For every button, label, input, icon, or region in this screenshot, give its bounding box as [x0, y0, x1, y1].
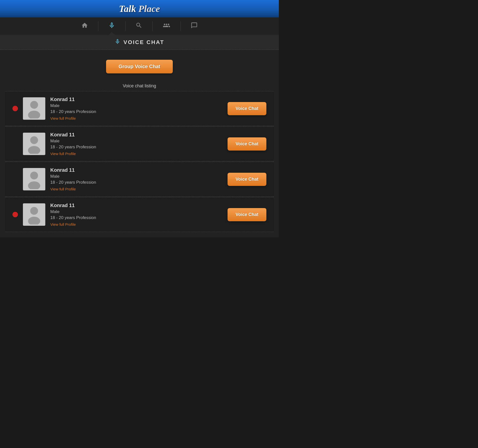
voice-chat-button[interactable]: Voice Chat: [228, 208, 266, 221]
page-mic-icon: [115, 39, 120, 46]
avatar: [23, 97, 45, 120]
group-chat-area: Group Voice Chat: [5, 60, 274, 73]
voice-chat-button[interactable]: Voice Chat: [228, 137, 266, 151]
avatar: [23, 203, 45, 226]
user-row: Konrad 11Male18 - 20 years ProfessionVie…: [5, 91, 274, 126]
online-indicator: [12, 106, 18, 111]
view-profile-link[interactable]: View full Profile: [50, 187, 76, 191]
view-profile-link[interactable]: View full Profile: [50, 152, 76, 156]
user-gender: Male: [50, 209, 228, 214]
user-gender: Male: [50, 103, 228, 108]
view-profile-link[interactable]: View full Profile: [50, 116, 76, 120]
nav-microphone[interactable]: [98, 17, 125, 35]
user-row: Konrad 11Male18 - 20 years ProfessionVie…: [5, 162, 274, 197]
users-list: Konrad 11Male18 - 20 years ProfessionVie…: [5, 91, 274, 232]
svg-point-7: [28, 217, 40, 224]
nav-messages[interactable]: [181, 17, 208, 35]
voice-chat-button[interactable]: Voice Chat: [228, 173, 266, 186]
nav-home[interactable]: [71, 17, 98, 35]
logo-talk: Talk: [119, 3, 136, 14]
chat-icon: [191, 22, 198, 31]
avatar: [23, 133, 45, 155]
user-name: Konrad 11: [50, 167, 228, 173]
view-profile-link[interactable]: View full Profile: [50, 222, 76, 226]
nav-search[interactable]: [125, 17, 152, 35]
user-info: Konrad 11Male18 - 20 years ProfessionVie…: [50, 167, 228, 191]
online-indicator: [12, 212, 18, 217]
user-details: 18 - 20 years Profession: [50, 145, 228, 150]
page-title-bar: VOICE CHAT: [0, 35, 279, 50]
user-details: 18 - 20 years Profession: [50, 180, 228, 185]
home-icon: [81, 22, 88, 31]
svg-point-4: [30, 171, 38, 179]
listing-label: Voice chat listing: [5, 83, 274, 89]
svg-point-6: [30, 207, 38, 215]
user-row: Konrad 11Male18 - 20 years ProfessionVie…: [5, 126, 274, 161]
user-details: 18 - 20 years Profession: [50, 109, 228, 114]
user-gender: Male: [50, 139, 228, 144]
search-icon: [135, 22, 142, 31]
svg-point-3: [28, 146, 40, 154]
user-name: Konrad 11: [50, 203, 228, 208]
user-info: Konrad 11Male18 - 20 years ProfessionVie…: [50, 97, 228, 121]
svg-point-1: [28, 111, 40, 118]
group-voice-chat-button[interactable]: Group Voice Chat: [106, 60, 173, 73]
main-content: Group Voice Chat Voice chat listing Konr…: [0, 50, 279, 237]
group-icon: [163, 22, 171, 31]
svg-point-2: [30, 136, 38, 144]
svg-point-0: [30, 101, 38, 109]
user-info: Konrad 11Male18 - 20 years ProfessionVie…: [50, 132, 228, 156]
user-name: Konrad 11: [50, 97, 228, 102]
main-nav: [0, 17, 279, 35]
logo-place: Place: [138, 3, 160, 14]
user-name: Konrad 11: [50, 132, 228, 138]
user-gender: Male: [50, 174, 228, 179]
voice-chat-button[interactable]: Voice Chat: [228, 102, 266, 115]
user-info: Konrad 11Male18 - 20 years ProfessionVie…: [50, 203, 228, 227]
user-row: Konrad 11Male18 - 20 years ProfessionVie…: [5, 197, 274, 232]
avatar: [23, 168, 45, 190]
page-title: VOICE CHAT: [123, 39, 164, 46]
app-header: Talk Place: [0, 0, 279, 17]
user-details: 18 - 20 years Profession: [50, 215, 228, 220]
nav-group[interactable]: [153, 17, 180, 35]
app-logo: Talk Place: [119, 3, 160, 14]
svg-point-5: [28, 181, 40, 189]
microphone-icon: [108, 22, 115, 31]
